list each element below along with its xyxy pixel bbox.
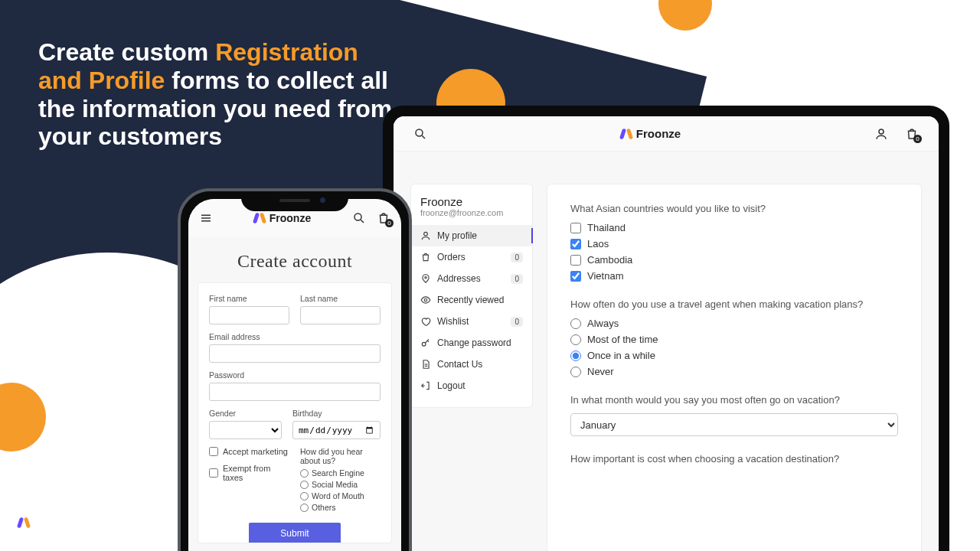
sidebar-item-label: My profile (437, 230, 477, 241)
country-option[interactable]: Cambodia (570, 254, 898, 266)
laptop-mock: Froonze 0 Froonze froonze@froonz (383, 106, 949, 551)
gender-label: Gender (209, 409, 282, 418)
brand-logo: Froonze (621, 127, 681, 140)
password-input[interactable] (209, 383, 381, 401)
sidebar-item-label: Orders (437, 252, 466, 262)
last-name-input[interactable] (300, 306, 381, 324)
hear-radio[interactable] (300, 481, 309, 489)
laptop-topbar: Froonze 0 (394, 116, 939, 152)
svg-line-13 (361, 220, 364, 223)
hear-option[interactable]: Search Engine (300, 468, 381, 478)
svg-point-4 (425, 277, 426, 279)
hear-radio[interactable] (300, 469, 309, 478)
email-label: Email address (209, 332, 381, 341)
hear-label: Social Media (312, 480, 358, 489)
frequency-option[interactable]: Most of the time (570, 334, 898, 345)
eye-icon (420, 295, 431, 305)
cart-icon[interactable]: 0 (905, 127, 919, 141)
frequency-radio[interactable] (570, 318, 581, 329)
page-title: Create account (188, 237, 401, 282)
search-icon[interactable] (352, 211, 366, 225)
count-badge: 0 (511, 253, 523, 262)
key-icon (420, 337, 431, 348)
question-label: In what month would you say you most oft… (570, 394, 898, 406)
sidebar-item-wishlist[interactable]: Wishlist0 (411, 311, 532, 332)
account-sidebar: Froonze froonze@froonze.com My profileOr… (410, 184, 533, 408)
brand-logo: Froonze (18, 513, 100, 533)
pin-icon (420, 273, 431, 284)
sidebar-item-label: Logout (437, 380, 466, 391)
frequency-radio[interactable] (570, 367, 581, 377)
frequency-radio[interactable] (570, 350, 581, 361)
country-label: Vietnam (587, 270, 623, 282)
sidebar-item-label: Addresses (437, 273, 481, 284)
month-select[interactable]: January (570, 413, 898, 436)
phone-mock: Froonze 0 Create account First name (178, 188, 412, 551)
frequency-label: Most of the time (587, 334, 658, 345)
brand-mark-icon (254, 213, 265, 223)
doc-icon (420, 359, 431, 370)
first-name-input[interactable] (209, 306, 289, 324)
question-label: What Asian countries would you like to v… (570, 203, 898, 214)
email-input[interactable] (209, 344, 381, 363)
hear-radio[interactable] (300, 504, 309, 512)
birthday-input[interactable] (292, 421, 381, 439)
hear-label: Search Engine (312, 468, 364, 478)
hear-option[interactable]: Others (300, 503, 381, 512)
user-icon[interactable] (874, 127, 888, 141)
sidebar-item-orders[interactable]: Orders0 (411, 246, 532, 268)
brand-logo: Froonze (254, 212, 311, 224)
frequency-option[interactable]: Never (570, 366, 898, 377)
svg-point-6 (422, 342, 426, 346)
country-checkbox[interactable] (570, 271, 581, 282)
submit-button[interactable]: Submit (249, 523, 341, 543)
sidebar-email: froonze@froonze.com (420, 208, 523, 217)
cart-badge: 0 (385, 219, 394, 227)
country-option[interactable]: Thailand (570, 222, 898, 233)
country-label: Thailand (587, 222, 626, 233)
search-icon[interactable] (413, 127, 427, 141)
frequency-label: Never (587, 366, 614, 377)
brand-mark-icon (621, 129, 632, 139)
country-checkbox[interactable] (570, 239, 581, 249)
last-name-label: Last name (300, 294, 381, 303)
brand-mark-icon (18, 517, 29, 528)
hear-about-label: How did you hear about us? (300, 447, 381, 465)
profile-form-panel: What Asian countries would you like to v… (547, 184, 922, 551)
hear-option[interactable]: Social Media (300, 480, 381, 489)
registration-form: First name Last name Email address Passw… (198, 282, 392, 543)
question-label: How important is cost when choosing a va… (570, 453, 898, 465)
sidebar-item-label: Contact Us (437, 359, 482, 370)
sidebar-item-label: Wishlist (437, 316, 469, 327)
country-option[interactable]: Laos (570, 238, 898, 249)
country-checkbox[interactable] (570, 223, 581, 233)
accept-marketing-checkbox[interactable] (209, 447, 218, 456)
sidebar-item-recently-viewed[interactable]: Recently viewed (411, 289, 532, 311)
sidebar-item-my-profile[interactable]: My profile (411, 225, 532, 246)
frequency-radio[interactable] (570, 334, 581, 345)
sidebar-item-addresses[interactable]: Addresses0 (411, 268, 532, 289)
count-badge: 0 (511, 274, 523, 284)
hear-label: Others (312, 503, 336, 512)
headline: Create custom Registration and Profile f… (38, 38, 398, 151)
cart-badge: 0 (913, 135, 922, 143)
sidebar-item-logout[interactable]: Logout (411, 375, 532, 396)
menu-icon[interactable] (199, 211, 213, 225)
sidebar-item-change-password[interactable]: Change password (411, 332, 532, 354)
hear-radio[interactable] (300, 492, 309, 500)
frequency-option[interactable]: Always (570, 318, 898, 329)
svg-point-5 (424, 298, 427, 302)
sidebar-item-contact-us[interactable]: Contact Us (411, 354, 532, 375)
gender-select[interactable] (209, 421, 282, 439)
birthday-label: Birthday (292, 409, 381, 418)
exempt-taxes-label: Exempt from taxes (223, 464, 289, 482)
exempt-taxes-checkbox[interactable] (209, 468, 218, 478)
cart-icon[interactable]: 0 (377, 211, 390, 225)
country-checkbox[interactable] (570, 255, 581, 266)
hear-option[interactable]: Word of Mouth (300, 491, 381, 500)
country-option[interactable]: Vietnam (570, 270, 898, 282)
accept-marketing-label: Accept marketing (223, 447, 288, 456)
svg-point-0 (416, 129, 423, 136)
phone-notch (241, 191, 348, 211)
frequency-option[interactable]: Once in a while (570, 350, 898, 361)
